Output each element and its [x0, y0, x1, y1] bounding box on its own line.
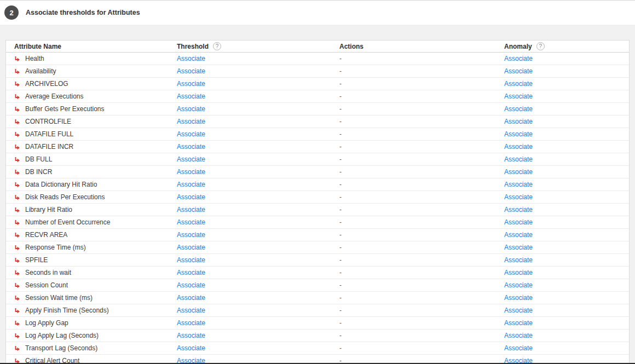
table-row: Data Dictionary Hit Ratio Associate - As…	[6, 178, 629, 191]
threshold-associate-link[interactable]: Associate	[177, 231, 205, 239]
attribute-name-cell: Seconds in wait	[6, 269, 176, 276]
anomaly-associate-link[interactable]: Associate	[504, 105, 533, 113]
actions-cell: -	[338, 143, 503, 151]
threshold-associate-link[interactable]: Associate	[177, 269, 205, 276]
actions-value: -	[339, 218, 342, 226]
threshold-associate-link[interactable]: Associate	[177, 168, 205, 176]
anomaly-associate-link[interactable]: Associate	[504, 244, 533, 251]
attribute-name-cell: Apply Finish Time (Seconds)	[6, 307, 176, 314]
anomaly-associate-link[interactable]: Associate	[504, 256, 533, 264]
threshold-associate-link[interactable]: Associate	[177, 218, 205, 226]
anomaly-associate-link[interactable]: Associate	[504, 143, 533, 151]
threshold-cell: Associate	[176, 143, 338, 151]
threshold-associate-link[interactable]: Associate	[177, 307, 205, 314]
anomaly-cell: Associate	[503, 67, 629, 75]
threshold-associate-link[interactable]: Associate	[177, 206, 205, 213]
threshold-associate-link[interactable]: Associate	[177, 130, 205, 138]
anomaly-associate-link[interactable]: Associate	[504, 332, 533, 339]
attribute-name: Log Apply Lag (Seconds)	[25, 332, 99, 339]
threshold-associate-link[interactable]: Associate	[177, 93, 205, 100]
column-header-label: Actions	[339, 43, 363, 50]
threshold-associate-link[interactable]: Associate	[177, 332, 205, 339]
actions-cell: -	[338, 307, 503, 314]
threshold-associate-link[interactable]: Associate	[177, 155, 205, 163]
anomaly-associate-link[interactable]: Associate	[504, 344, 533, 352]
anomaly-associate-link[interactable]: Associate	[504, 281, 533, 289]
threshold-cell: Associate	[176, 344, 338, 352]
threshold-cell: Associate	[176, 256, 338, 264]
threshold-associate-link[interactable]: Associate	[177, 118, 205, 125]
threshold-associate-link[interactable]: Associate	[177, 55, 205, 62]
sub-item-arrow-icon	[14, 219, 20, 226]
actions-value: -	[339, 143, 342, 151]
anomaly-associate-link[interactable]: Associate	[504, 319, 533, 327]
threshold-associate-link[interactable]: Associate	[177, 67, 205, 75]
step-title: Associate thresholds for Attributes	[26, 9, 140, 16]
anomaly-associate-link[interactable]: Associate	[504, 193, 533, 201]
threshold-associate-link[interactable]: Associate	[177, 193, 205, 201]
actions-value: -	[339, 307, 342, 314]
anomaly-associate-link[interactable]: Associate	[504, 231, 533, 239]
threshold-associate-link[interactable]: Associate	[177, 244, 205, 251]
attribute-name: Response Time (ms)	[25, 244, 86, 251]
anomaly-cell: Associate	[503, 93, 629, 100]
actions-cell: -	[338, 168, 503, 176]
anomaly-associate-link[interactable]: Associate	[504, 67, 533, 75]
anomaly-associate-link[interactable]: Associate	[504, 130, 533, 138]
threshold-associate-link[interactable]: Associate	[177, 344, 205, 352]
threshold-cell: Associate	[176, 168, 338, 176]
column-header-threshold: Threshold ?	[176, 42, 338, 50]
anomaly-associate-link[interactable]: Associate	[504, 181, 533, 188]
attribute-name-cell: Buffer Gets Per Executions	[6, 105, 176, 113]
anomaly-cell: Associate	[503, 294, 629, 302]
threshold-associate-link[interactable]: Associate	[177, 319, 205, 327]
anomaly-cell: Associate	[503, 307, 629, 314]
anomaly-associate-link[interactable]: Associate	[504, 218, 533, 226]
sub-item-arrow-icon	[14, 245, 20, 251]
table-row: ARCHIVELOG Associate - Associate	[6, 78, 629, 90]
anomaly-associate-link[interactable]: Associate	[504, 93, 533, 100]
actions-value: -	[339, 332, 342, 339]
table-body: Health Associate - Associate Availabilit…	[6, 53, 629, 364]
anomaly-associate-link[interactable]: Associate	[504, 206, 533, 213]
anomaly-cell: Associate	[503, 206, 629, 213]
threshold-cell: Associate	[176, 93, 338, 100]
threshold-associate-link[interactable]: Associate	[177, 256, 205, 264]
threshold-associate-link[interactable]: Associate	[177, 143, 205, 151]
threshold-cell: Associate	[176, 67, 338, 75]
table-row: Health Associate - Associate	[6, 53, 629, 65]
anomaly-associate-link[interactable]: Associate	[504, 168, 533, 176]
sub-item-arrow-icon	[14, 68, 20, 74]
attribute-name: DATAFILE INCR	[25, 143, 73, 151]
sub-item-arrow-icon	[14, 94, 20, 100]
threshold-associate-link[interactable]: Associate	[177, 281, 205, 289]
attribute-name: SPFILE	[25, 256, 48, 264]
table-row: Number of Event Occurrence Associate - A…	[6, 216, 629, 229]
anomaly-cell: Associate	[503, 80, 629, 88]
anomaly-associate-link[interactable]: Associate	[504, 80, 533, 88]
threshold-associate-link[interactable]: Associate	[177, 105, 205, 113]
table-row: Session Wait time (ms) Associate - Assoc…	[6, 292, 629, 304]
column-header-label: Threshold	[177, 43, 209, 50]
anomaly-associate-link[interactable]: Associate	[504, 307, 533, 314]
actions-cell: -	[338, 80, 503, 88]
sub-item-arrow-icon	[14, 333, 20, 339]
threshold-associate-link[interactable]: Associate	[177, 80, 205, 88]
threshold-associate-link[interactable]: Associate	[177, 294, 205, 302]
anomaly-help-icon[interactable]: ?	[536, 42, 545, 50]
anomaly-associate-link[interactable]: Associate	[504, 155, 533, 163]
sub-item-arrow-icon	[14, 308, 20, 314]
threshold-associate-link[interactable]: Associate	[177, 181, 205, 188]
anomaly-associate-link[interactable]: Associate	[504, 55, 533, 62]
anomaly-cell: Associate	[503, 105, 629, 113]
actions-value: -	[339, 281, 342, 289]
anomaly-associate-link[interactable]: Associate	[504, 269, 533, 276]
anomaly-cell: Associate	[503, 130, 629, 138]
anomaly-associate-link[interactable]: Associate	[504, 118, 533, 125]
actions-cell: -	[338, 118, 503, 125]
threshold-help-icon[interactable]: ?	[213, 42, 221, 50]
anomaly-associate-link[interactable]: Associate	[504, 294, 533, 302]
anomaly-cell: Associate	[503, 281, 629, 289]
attribute-name: Transport Lag (Seconds)	[25, 344, 97, 352]
actions-value: -	[339, 155, 342, 163]
